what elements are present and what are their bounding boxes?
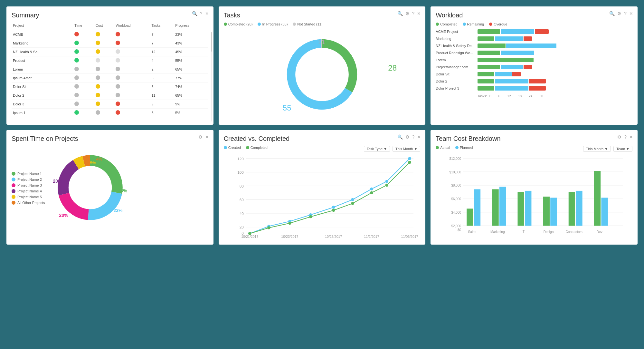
search-icon[interactable]: 🔍 [609,11,615,16]
actual-label: Actual [440,146,450,150]
w-completed-label: Completed [440,22,457,26]
bar-completed [478,58,533,62]
bar-overdue [529,86,546,91]
cost-filters: This Month ▼ Team ▼ [583,146,632,152]
bar-completed [478,86,494,91]
table-row: Ipsum 1 3 5% [12,109,208,117]
task-type-filter[interactable]: Task Type ▼ [364,146,390,152]
legend-item: Project Name 1 [12,172,45,176]
project-name: Marketing [12,39,73,48]
search-icon[interactable]: 🔍 [192,11,197,16]
gear-icon[interactable]: ⚙ [405,134,410,140]
completed-dot [224,23,227,26]
svg-text:11/2/2017: 11/2/2017 [364,235,379,238]
this-month-cost-filter[interactable]: This Month ▼ [583,146,611,152]
svg-text:10/23/2017: 10/23/2017 [281,235,298,238]
tasks-card: Tasks 🔍 ⚙ ? ✕ Completed (28) In Progress… [219,6,426,125]
search-icon[interactable]: 🔍 [397,11,403,16]
project-name: Dolor 3 [12,100,73,109]
tasks-count: 11 [150,91,174,100]
svg-text:Marketing: Marketing [490,230,505,234]
workload-project-name: Lorem [436,58,478,62]
pie-label: Project Name 5 [17,195,42,199]
workload-dot [114,48,150,56]
w-remaining-dot [463,23,466,26]
svg-text:100: 100 [237,170,244,175]
legend-notstarted: Not Started (11) [293,22,322,26]
close-icon[interactable]: ✕ [417,134,421,140]
cost-dot [94,74,115,82]
bar-design-planned [551,198,557,226]
table-row: Ipsum Amet 6 77% [12,74,208,82]
close-icon[interactable]: ✕ [205,11,209,16]
help-icon[interactable]: ? [200,11,203,16]
pie-dot [12,183,15,187]
completed-label2: Completed [251,146,268,150]
svg-text:$0: $0 [458,228,461,232]
workload-row: Dolor 2 [436,79,632,83]
close-icon[interactable]: ✕ [629,11,633,16]
summary-table-scroll[interactable]: Project Time Cost Workload Tasks Progres… [12,22,208,117]
workload-row: ACME Project [436,29,632,34]
summary-card: Summary 🔍 ? ✕ Project Time Cost Workload… [6,6,213,125]
legend-item: Project Name 2 [12,178,45,181]
completed-count: 28 [388,63,397,73]
close-icon[interactable]: ✕ [205,134,209,140]
workload-legend: Completed Remaining Overdue [436,22,632,26]
search-icon[interactable]: 🔍 [397,134,403,140]
progress-value: 65% [174,65,208,74]
gear-icon[interactable]: ⚙ [405,11,410,16]
bar-contractors-planned [576,191,582,226]
progress-value: 5% [174,109,208,117]
planned-dot [455,146,459,149]
actual-dot [436,146,439,149]
legend-item: Project Name 5 [12,195,45,199]
bar-remaining [495,79,528,83]
cvc-icons: 🔍 ⚙ ? ✕ [397,134,421,140]
close-icon[interactable]: ✕ [629,134,633,140]
bar-remaining [501,29,534,34]
tasks-count: 12 [150,48,174,56]
help-icon[interactable]: ? [412,134,415,140]
gear-icon[interactable]: ⚙ [198,134,203,140]
scrollbar[interactable] [211,32,212,121]
bar-design-actual [543,197,550,226]
col-tasks: Tasks [150,22,174,30]
gear-icon[interactable]: ⚙ [617,134,621,140]
summary-icons: 🔍 ? ✕ [192,11,209,16]
notstarted-dot [293,23,296,26]
pct-23: 23% [113,208,122,213]
close-icon[interactable]: ✕ [417,11,421,16]
w-overdue-dot [489,23,492,26]
inprogress-count: 55 [283,103,291,112]
gear-icon[interactable]: ⚙ [617,11,621,16]
help-icon[interactable]: ? [624,11,627,16]
workload-axis: Tasks: 0 6 12 18 24 30 [478,94,632,98]
tasks-count: 9 [150,100,174,109]
dp [267,226,270,229]
svg-text:120: 120 [237,157,244,161]
donut-chart [283,36,361,113]
dp [385,180,388,183]
tasks-count: 7 [150,30,174,39]
team-filter[interactable]: Team ▼ [613,146,632,152]
cost-dot [94,30,115,39]
dp [332,209,335,212]
workload-dot [114,100,150,109]
cost-dot [94,82,115,91]
workload-card: Workload 🔍 ⚙ ? ✕ Completed Remaining Ove… [431,6,638,125]
svg-text:Design: Design [544,230,554,234]
bar-remaining [495,86,528,91]
project-name: NZ Health & Sa... [12,48,73,56]
help-icon[interactable]: ? [412,11,415,16]
bar-overdue [524,65,532,69]
workload-dot [114,56,150,65]
tasks-count: 6 [150,74,174,82]
created-label: Created [228,146,241,150]
this-month-filter[interactable]: This Month ▼ [393,146,420,152]
workload-dot [114,91,150,100]
time-dot [73,39,94,48]
cost-dot [94,65,115,74]
help-icon[interactable]: ? [624,134,627,140]
workload-bar [478,51,632,55]
